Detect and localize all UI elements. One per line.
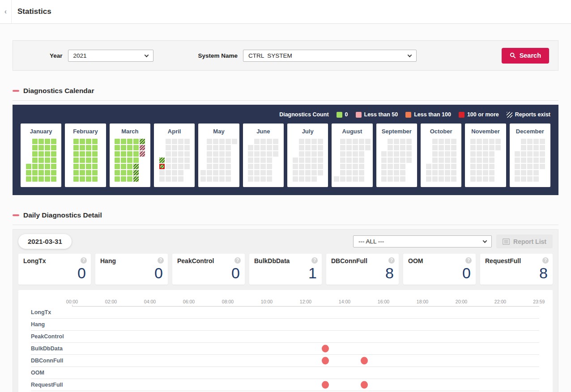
day-cell-november-21[interactable] xyxy=(483,176,488,182)
day-cell-july-9[interactable] xyxy=(299,164,304,169)
day-cell-march-19[interactable] xyxy=(127,164,132,169)
day-cell-august-21[interactable] xyxy=(353,170,358,175)
day-cell-may-15[interactable] xyxy=(213,170,218,175)
day-cell-november-18[interactable] xyxy=(483,158,488,163)
day-cell-august-5[interactable] xyxy=(340,158,345,163)
day-cell-august-26[interactable] xyxy=(359,158,364,163)
search-button[interactable]: Search xyxy=(502,48,549,64)
day-cell-december-25[interactable] xyxy=(533,170,539,175)
day-cell-july-3[interactable] xyxy=(293,170,298,175)
day-cell-january-23[interactable] xyxy=(45,170,50,175)
day-cell-march-9[interactable] xyxy=(121,145,126,150)
day-cell-february-11[interactable] xyxy=(80,158,85,163)
day-cell-october-16[interactable] xyxy=(439,170,444,175)
day-cell-august-22[interactable] xyxy=(353,176,358,182)
help-icon[interactable]: ? xyxy=(311,257,318,264)
day-cell-july-1[interactable] xyxy=(293,158,298,163)
day-cell-april-22[interactable] xyxy=(178,158,183,163)
day-cell-september-18[interactable] xyxy=(394,170,399,175)
day-cell-april-26[interactable] xyxy=(184,139,190,144)
day-cell-may-6[interactable] xyxy=(207,158,212,163)
day-cell-july-22[interactable] xyxy=(311,158,317,163)
day-cell-september-28[interactable] xyxy=(406,145,412,150)
day-cell-october-10[interactable] xyxy=(432,176,438,182)
day-cell-november-10[interactable] xyxy=(477,151,482,157)
day-cell-july-2[interactable] xyxy=(293,164,298,169)
day-cell-march-29[interactable] xyxy=(140,139,145,144)
day-cell-november-23[interactable] xyxy=(489,145,494,150)
day-cell-february-2[interactable] xyxy=(73,145,79,150)
day-cell-december-5[interactable] xyxy=(515,176,520,182)
day-cell-march-27[interactable] xyxy=(133,170,139,175)
day-cell-february-12[interactable] xyxy=(80,164,85,169)
day-cell-june-2[interactable] xyxy=(248,151,253,157)
day-cell-august-6[interactable] xyxy=(340,164,345,169)
help-icon[interactable]: ? xyxy=(81,257,87,264)
day-cell-april-9[interactable] xyxy=(166,164,171,169)
day-cell-march-16[interactable] xyxy=(127,145,132,150)
day-cell-april-18[interactable] xyxy=(172,176,177,182)
day-cell-july-8[interactable] xyxy=(299,158,304,163)
day-cell-april-4[interactable] xyxy=(159,176,165,182)
day-cell-january-18[interactable] xyxy=(45,139,50,144)
day-cell-november-1[interactable] xyxy=(470,139,476,144)
day-cell-january-13[interactable] xyxy=(38,151,44,157)
day-cell-august-11[interactable] xyxy=(346,151,352,157)
day-cell-june-10[interactable] xyxy=(254,158,260,163)
day-cell-august-25[interactable] xyxy=(359,151,364,157)
help-icon[interactable]: ? xyxy=(234,257,241,264)
day-cell-november-6[interactable] xyxy=(470,170,476,175)
day-cell-june-29[interactable] xyxy=(273,145,278,150)
day-cell-june-13[interactable] xyxy=(254,176,260,182)
day-cell-august-27[interactable] xyxy=(359,164,364,169)
day-cell-november-11[interactable] xyxy=(477,158,482,163)
day-cell-august-7[interactable] xyxy=(340,170,345,175)
day-cell-october-7[interactable] xyxy=(432,158,438,163)
day-cell-august-19[interactable] xyxy=(353,158,358,163)
day-cell-january-22[interactable] xyxy=(45,164,50,169)
day-cell-november-4[interactable] xyxy=(470,158,476,163)
day-cell-october-31[interactable] xyxy=(451,176,456,182)
day-cell-november-3[interactable] xyxy=(470,151,476,157)
day-cell-march-28[interactable] xyxy=(133,176,139,182)
day-cell-may-7[interactable] xyxy=(207,164,212,169)
day-cell-december-11[interactable] xyxy=(521,170,526,175)
day-cell-june-14[interactable] xyxy=(260,139,266,144)
day-cell-february-19[interactable] xyxy=(86,164,91,169)
day-cell-august-10[interactable] xyxy=(346,145,352,150)
day-cell-may-20[interactable] xyxy=(219,158,225,163)
day-cell-july-23[interactable] xyxy=(311,164,317,169)
day-cell-september-15[interactable] xyxy=(394,151,399,157)
day-cell-april-15[interactable] xyxy=(172,158,177,163)
day-cell-february-5[interactable] xyxy=(73,164,79,169)
day-cell-march-10[interactable] xyxy=(121,151,126,157)
year-select[interactable]: 2021 xyxy=(68,50,153,62)
day-cell-august-30[interactable] xyxy=(365,139,371,144)
day-cell-august-9[interactable] xyxy=(346,139,352,144)
day-cell-april-12[interactable] xyxy=(172,139,177,144)
day-cell-april-25[interactable] xyxy=(178,176,183,182)
day-cell-october-23[interactable] xyxy=(445,170,450,175)
day-cell-october-26[interactable] xyxy=(451,145,456,150)
report-list-button[interactable]: Report List xyxy=(496,234,553,248)
day-cell-september-30[interactable] xyxy=(406,158,412,163)
day-cell-march-11[interactable] xyxy=(121,158,126,163)
day-cell-may-23[interactable] xyxy=(219,176,225,182)
day-cell-february-13[interactable] xyxy=(80,170,85,175)
day-cell-january-8[interactable] xyxy=(32,164,38,169)
day-cell-june-24[interactable] xyxy=(267,158,272,163)
day-cell-september-25[interactable] xyxy=(400,170,405,175)
day-cell-march-23[interactable] xyxy=(133,145,139,150)
day-cell-september-5[interactable] xyxy=(381,176,387,182)
day-cell-june-3[interactable] xyxy=(248,158,253,163)
day-cell-december-10[interactable] xyxy=(521,164,526,169)
day-cell-october-1[interactable] xyxy=(426,164,431,169)
day-cell-february-8[interactable] xyxy=(80,139,85,144)
day-cell-january-4[interactable] xyxy=(32,139,38,144)
day-cell-june-21[interactable] xyxy=(267,139,272,144)
day-cell-september-14[interactable] xyxy=(394,145,399,150)
day-cell-may-12[interactable] xyxy=(213,151,218,157)
day-cell-november-30[interactable] xyxy=(495,145,501,150)
day-cell-november-25[interactable] xyxy=(489,158,494,163)
day-cell-june-8[interactable] xyxy=(254,145,260,150)
